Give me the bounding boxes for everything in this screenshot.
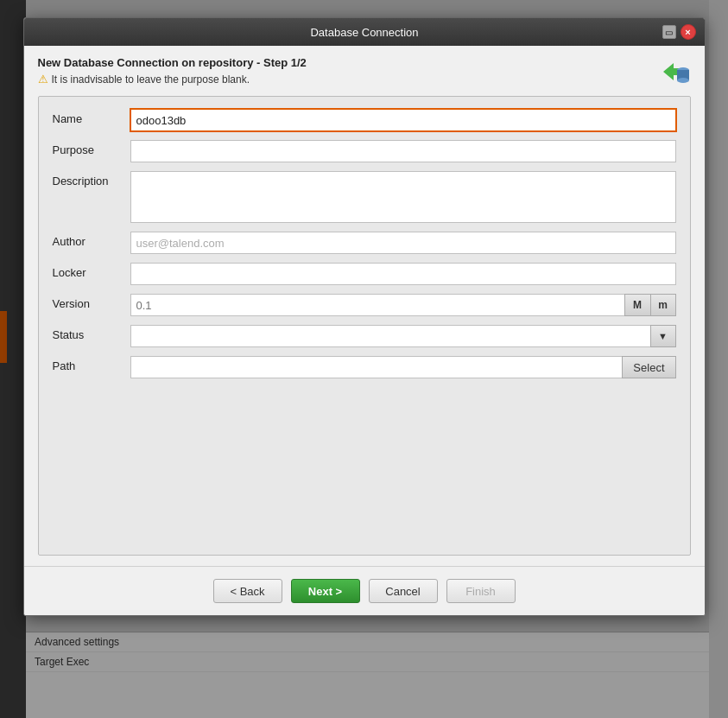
finish-button[interactable]: Finish <box>446 579 516 603</box>
svg-point-3 <box>677 78 689 83</box>
author-row: Author <box>53 232 676 254</box>
status-label: Status <box>53 325 130 341</box>
select-button[interactable]: Select <box>622 356 675 378</box>
name-label: Name <box>53 109 130 125</box>
name-row: Name <box>53 109 676 131</box>
minimize-button[interactable]: ▭ <box>662 25 676 39</box>
dialog-content: New Database Connection on repository - … <box>24 46 705 566</box>
description-row: Description <box>53 171 676 223</box>
version-controls: M m <box>130 294 676 316</box>
author-label: Author <box>53 232 130 248</box>
dialog-title: Database Connection <box>67 26 662 39</box>
dialog-titlebar: Database Connection ▭ × <box>24 18 705 46</box>
version-minor-button[interactable]: m <box>650 294 676 316</box>
path-label: Path <box>53 356 130 372</box>
version-row: Version M m <box>53 294 676 316</box>
dialog-heading: New Database Connection on repository - … <box>38 56 307 69</box>
version-input[interactable] <box>130 294 624 316</box>
purpose-label: Purpose <box>53 140 130 156</box>
dialog-header: New Database Connection on repository - … <box>38 56 691 87</box>
version-major-button[interactable]: M <box>624 294 650 316</box>
warning-icon: ⚠ <box>38 73 48 86</box>
status-input[interactable] <box>130 325 650 347</box>
form-area: Name Purpose Description Author <box>38 96 691 556</box>
description-input[interactable] <box>130 171 676 223</box>
purpose-row: Purpose <box>53 140 676 162</box>
version-label: Version <box>53 294 130 310</box>
author-input[interactable] <box>130 232 676 254</box>
warning-row: ⚠ It is inadvisable to leave the purpose… <box>38 73 307 86</box>
path-row: Path Select <box>53 356 676 378</box>
path-input[interactable] <box>130 356 623 378</box>
db-icon <box>660 56 691 87</box>
purpose-input[interactable] <box>130 140 676 162</box>
status-dropdown-button[interactable]: ▼ <box>650 325 676 347</box>
description-label: Description <box>53 171 130 187</box>
form-spacer <box>53 387 676 543</box>
path-controls: Select <box>130 356 676 378</box>
locker-row: Locker <box>53 263 676 285</box>
locker-input[interactable] <box>130 263 676 285</box>
cancel-button[interactable]: Cancel <box>369 579 438 603</box>
dialog-footer: < Back Next > Cancel Finish <box>24 566 705 615</box>
dialog-header-text: New Database Connection on repository - … <box>38 56 307 86</box>
warning-text: It is inadvisable to leave the purpose b… <box>52 73 250 86</box>
titlebar-controls: ▭ × <box>662 24 696 40</box>
back-button[interactable]: < Back <box>213 579 282 603</box>
close-button[interactable]: × <box>681 24 696 40</box>
status-row: Status ▼ <box>53 325 676 347</box>
status-controls: ▼ <box>130 325 676 347</box>
locker-label: Locker <box>53 263 130 279</box>
dialog: Database Connection ▭ × New Database Con… <box>23 17 706 616</box>
next-button[interactable]: Next > <box>291 579 360 603</box>
name-input[interactable] <box>130 109 676 131</box>
modal-overlay: Database Connection ▭ × New Database Con… <box>0 0 728 718</box>
